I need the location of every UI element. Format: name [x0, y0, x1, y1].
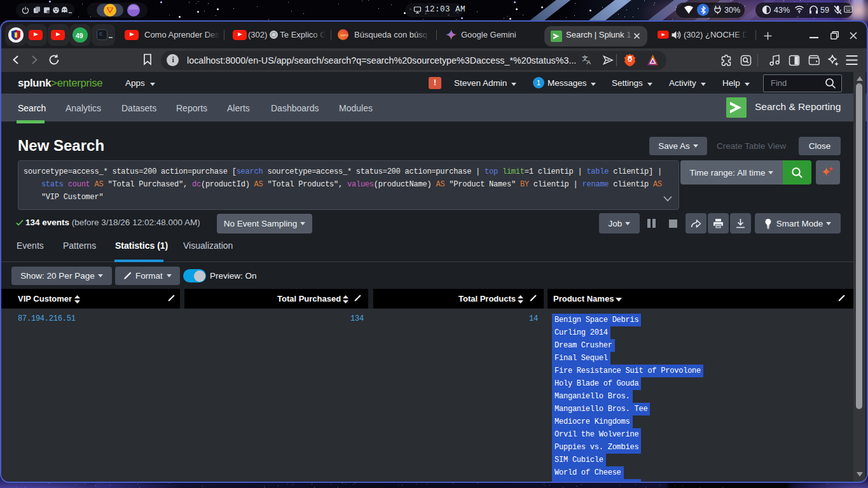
svg-text:A: A [587, 59, 591, 65]
